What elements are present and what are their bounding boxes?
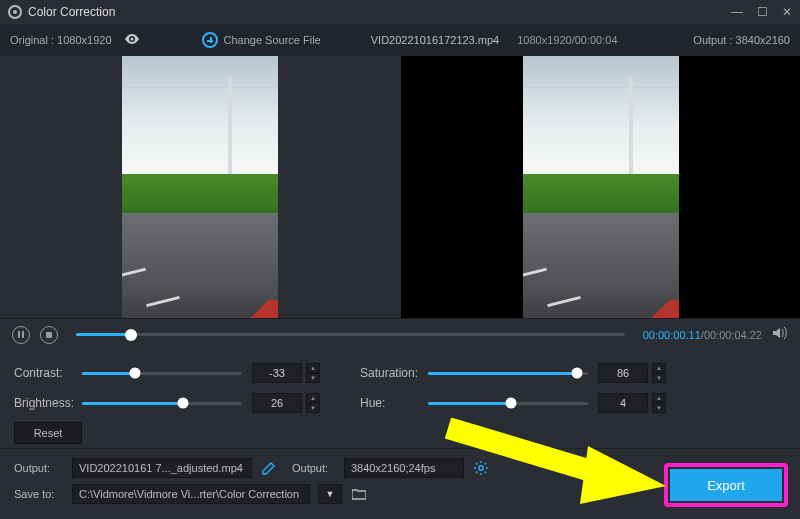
window-controls: — ☐ ✕ <box>731 5 792 19</box>
reset-button[interactable]: Reset <box>14 422 82 444</box>
change-source-button[interactable]: Change Source File <box>202 32 321 48</box>
preview-area <box>0 56 800 318</box>
output-settings-icon[interactable] <box>472 459 490 477</box>
brightness-stepper[interactable]: ▲▼ <box>306 393 320 413</box>
pause-button[interactable] <box>12 326 30 344</box>
saturation-label: Saturation: <box>360 366 428 380</box>
hue-value[interactable]: 4 <box>598 393 648 413</box>
hue-slider[interactable] <box>428 402 588 405</box>
save-path-field[interactable]: C:\Vidmore\Vidmore Vi...rter\Color Corre… <box>72 484 310 504</box>
original-frame <box>122 56 278 318</box>
timeline-bar: 00:00:00.11/00:00:04.22 <box>0 318 800 350</box>
svg-point-1 <box>479 466 483 470</box>
source-meta: 1080x1920/00:00:04 <box>517 34 617 46</box>
info-bar: Original : 1080x1920 Change Source File … <box>0 24 800 56</box>
brightness-slider[interactable] <box>82 402 242 405</box>
saturation-value[interactable]: 86 <box>598 363 648 383</box>
stop-button[interactable] <box>40 326 58 344</box>
hue-stepper[interactable]: ▲▼ <box>652 393 666 413</box>
brightness-value[interactable]: 26 <box>252 393 302 413</box>
adjusted-preview <box>401 56 800 318</box>
adjusted-frame <box>523 56 679 318</box>
contrast-value[interactable]: -33 <box>252 363 302 383</box>
window-title: Color Correction <box>28 5 115 19</box>
original-resolution-label: Original : 1080x1920 <box>10 34 112 46</box>
output-format-label: Output: <box>292 462 336 474</box>
change-source-label: Change Source File <box>224 34 321 46</box>
contrast-row: Contrast: -33 ▲▼ <box>14 358 320 388</box>
brightness-row: Brightness: 26 ▲▼ <box>14 388 320 418</box>
time-total: 00:00:04.22 <box>704 329 762 341</box>
svg-point-0 <box>130 38 133 41</box>
time-current: 00:00:00.11 <box>643 329 701 341</box>
contrast-slider[interactable] <box>82 372 242 375</box>
export-button[interactable]: Export <box>670 469 782 501</box>
volume-icon[interactable] <box>772 327 788 342</box>
adjustment-panel: Contrast: -33 ▲▼ Saturation: 86 ▲▼ Brigh… <box>0 350 800 448</box>
open-folder-icon[interactable] <box>350 485 368 503</box>
contrast-stepper[interactable]: ▲▼ <box>306 363 320 383</box>
brightness-label: Brightness: <box>14 396 82 410</box>
saturation-stepper[interactable]: ▲▼ <box>652 363 666 383</box>
minimize-button[interactable]: — <box>731 5 743 19</box>
output-resolution-label: Output : 3840x2160 <box>693 34 790 46</box>
output-file-label: Output: <box>14 462 64 474</box>
contrast-label: Contrast: <box>14 366 82 380</box>
timecode: 00:00:00.11/00:00:04.22 <box>643 329 762 341</box>
preview-toggle-icon[interactable] <box>122 34 142 46</box>
save-to-label: Save to: <box>14 488 64 500</box>
plus-icon <box>202 32 218 48</box>
hue-label: Hue: <box>360 396 428 410</box>
title-bar: Color Correction — ☐ ✕ <box>0 0 800 24</box>
close-button[interactable]: ✕ <box>782 5 792 19</box>
hue-row: Hue: 4 ▲▼ <box>360 388 666 418</box>
output-format-field[interactable]: 3840x2160;24fps <box>344 458 464 478</box>
output-filename-field[interactable]: VID202210161 7..._adjusted.mp4 <box>72 458 252 478</box>
source-filename: VID20221016172123.mp4 <box>371 34 499 46</box>
maximize-button[interactable]: ☐ <box>757 5 768 19</box>
saturation-row: Saturation: 86 ▲▼ <box>360 358 666 388</box>
edit-filename-icon[interactable] <box>260 459 278 477</box>
progress-track[interactable] <box>76 333 625 336</box>
save-path-dropdown[interactable]: ▼ <box>318 484 342 504</box>
app-logo-icon <box>8 5 22 19</box>
original-preview <box>0 56 399 318</box>
saturation-slider[interactable] <box>428 372 588 375</box>
